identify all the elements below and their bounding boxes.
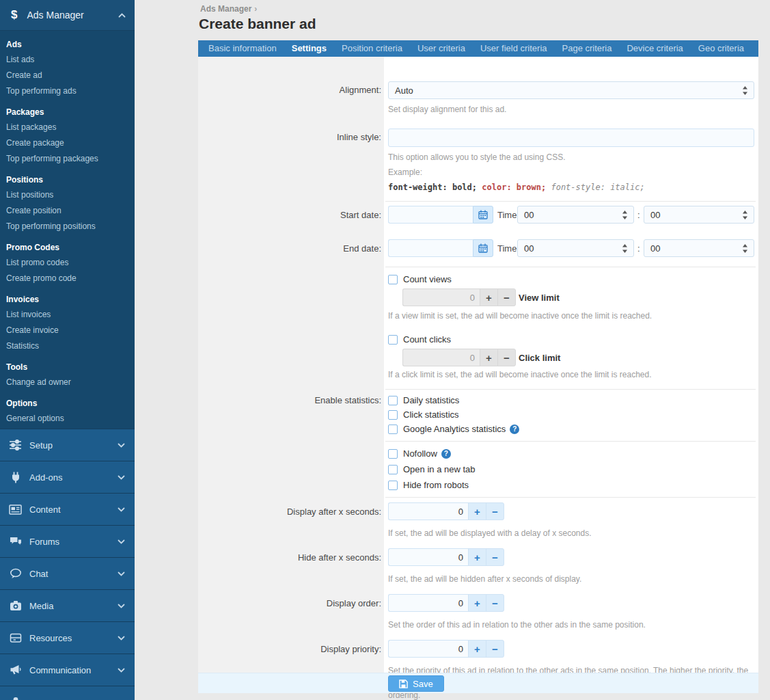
display-priority-input[interactable]: [388, 640, 469, 658]
increment-button[interactable]: +: [468, 502, 486, 520]
sidebar-group-add-ons[interactable]: Add-ons: [0, 461, 135, 493]
click-statistics-checkbox[interactable]: [388, 410, 398, 420]
inline-style-input[interactable]: [388, 129, 754, 147]
calendar-button[interactable]: [473, 239, 493, 257]
open-new-tab-checkbox[interactable]: [388, 465, 398, 474]
click-limit-input[interactable]: [402, 349, 480, 366]
tab-user-criteria[interactable]: User criteria: [410, 40, 473, 57]
increment-button[interactable]: +: [468, 548, 486, 566]
section-header-promo-codes: Promo Codes: [6, 243, 129, 252]
open-new-tab-label: Open in a new tab: [403, 464, 476, 474]
display-order-input[interactable]: [388, 594, 469, 612]
start-date-input[interactable]: [388, 206, 473, 224]
sidebar-app-header[interactable]: $ Ads Manager: [0, 0, 135, 31]
display-order-spinner: + −: [388, 594, 504, 612]
sidebar-item-change-ad-owner[interactable]: Change ad owner: [6, 375, 129, 390]
google-analytics-label: Google Analytics statistics: [403, 424, 506, 434]
daily-statistics-row: Daily statistics: [388, 394, 459, 406]
breadcrumb-link[interactable]: Ads Manager: [200, 4, 251, 14]
display-after-input[interactable]: [388, 502, 469, 520]
decrement-button[interactable]: −: [486, 548, 504, 566]
alignment-select-value: Auto: [395, 85, 413, 96]
decrement-button[interactable]: −: [486, 640, 504, 658]
end-date-input[interactable]: [388, 239, 473, 257]
sidebar-group-chat[interactable]: Chat: [0, 557, 135, 589]
help-icon[interactable]: ?: [510, 425, 519, 434]
hide-after-label: Hide after x seconds:: [198, 552, 381, 563]
sidebar-item-statistics[interactable]: Statistics: [6, 338, 129, 354]
select-arrows-icon: [622, 244, 627, 253]
megaphone-icon: [9, 664, 22, 675]
sidebar-group-forums[interactable]: Forums: [0, 525, 135, 557]
end-minutes-select[interactable]: 00: [644, 239, 754, 257]
google-analytics-checkbox[interactable]: [388, 425, 398, 434]
click-statistics-label: Click statistics: [403, 409, 459, 420]
sidebar-group-content[interactable]: Content: [0, 493, 135, 525]
section-header-options: Options: [6, 399, 129, 408]
sidebar-group-resources[interactable]: Resources: [0, 621, 135, 654]
decrement-button[interactable]: −: [497, 288, 516, 306]
end-minutes-value: 00: [650, 243, 660, 254]
help-icon[interactable]: ?: [441, 449, 451, 459]
sidebar-item-list-packages[interactable]: List packages: [6, 120, 129, 135]
start-minutes-select[interactable]: 00: [644, 206, 754, 224]
sidebar-item-create-invoice[interactable]: Create invoice: [6, 323, 129, 338]
save-icon: [399, 679, 408, 688]
increment-button[interactable]: +: [480, 288, 498, 306]
increment-button[interactable]: +: [468, 640, 486, 658]
tab-device-criteria[interactable]: Device criteria: [619, 40, 690, 57]
sidebar-item-list-ads[interactable]: List ads: [6, 52, 129, 68]
sidebar-item-general-options[interactable]: General options: [6, 411, 129, 427]
end-hours-select[interactable]: 00: [517, 239, 634, 257]
increment-button[interactable]: +: [468, 594, 486, 612]
tab-page-criteria[interactable]: Page criteria: [555, 40, 620, 57]
sidebar-item-create-package[interactable]: Create package: [6, 135, 129, 151]
hide-after-input[interactable]: [388, 548, 469, 566]
sidebar-item-top-performing-ads[interactable]: Top performing ads: [6, 83, 129, 99]
decrement-button[interactable]: −: [486, 502, 504, 520]
decrement-button[interactable]: −: [486, 594, 504, 612]
camera-icon: [9, 600, 22, 611]
google-analytics-row: Google Analytics statistics ?: [388, 423, 519, 435]
sidebar-item-list-invoices[interactable]: List invoices: [6, 307, 129, 323]
count-views-checkbox[interactable]: [388, 275, 398, 284]
sidebar-item-list-promo-codes[interactable]: List promo codes: [6, 255, 129, 271]
divider: [385, 201, 756, 202]
sidebar-item-top-performing-packages[interactable]: Top performing packages: [6, 151, 129, 167]
nofollow-checkbox[interactable]: [388, 449, 398, 459]
tab-position-criteria[interactable]: Position criteria: [334, 40, 410, 57]
sidebar-group-setup[interactable]: Setup: [0, 429, 135, 461]
form-area: Alignment: Auto Set display alignment fo…: [198, 57, 758, 673]
page-title: Create banner ad: [199, 16, 316, 32]
start-hours-select[interactable]: 00: [517, 206, 634, 224]
view-limit-input[interactable]: [402, 288, 480, 306]
sidebar-item-top-performing-positions[interactable]: Top performing positions: [6, 219, 129, 234]
sidebar-group-media[interactable]: Media: [0, 589, 135, 621]
user-icon: [9, 696, 22, 700]
save-button[interactable]: Save: [388, 675, 444, 692]
tab-geo-criteria[interactable]: Geo criteria: [691, 40, 752, 57]
tab-user-field-criteria[interactable]: User field criteria: [473, 40, 555, 57]
chevron-down-icon: [118, 571, 125, 576]
display-after-help: If set, the ad will be displayed with a …: [388, 528, 592, 538]
sidebar-item-create-promo-code[interactable]: Create promo code: [6, 271, 129, 286]
select-arrows-icon: [743, 211, 747, 219]
sidebar-group-communication[interactable]: Communication: [0, 654, 135, 686]
hide-from-robots-checkbox[interactable]: [388, 481, 398, 490]
calendar-button[interactable]: [473, 206, 493, 224]
count-clicks-row: Count clicks: [388, 334, 451, 345]
decrement-button[interactable]: −: [497, 349, 516, 366]
display-after-spinner: + −: [388, 502, 504, 520]
sidebar-item-create-position[interactable]: Create position: [6, 203, 129, 219]
sidebar-group-partial[interactable]: [0, 686, 135, 700]
tab-basic-information[interactable]: Basic information: [201, 40, 284, 57]
sidebar-item-create-ad[interactable]: Create ad: [6, 68, 129, 83]
sidebar-item-list-positions[interactable]: List positions: [6, 187, 129, 203]
open-new-tab-row: Open in a new tab: [388, 463, 476, 475]
breadcrumb[interactable]: Ads Manager›: [200, 4, 257, 14]
increment-button[interactable]: +: [480, 349, 498, 366]
daily-statistics-checkbox[interactable]: [388, 396, 398, 405]
tab-settings[interactable]: Settings: [284, 40, 334, 57]
alignment-select[interactable]: Auto: [388, 81, 754, 99]
count-clicks-checkbox[interactable]: [388, 335, 398, 345]
